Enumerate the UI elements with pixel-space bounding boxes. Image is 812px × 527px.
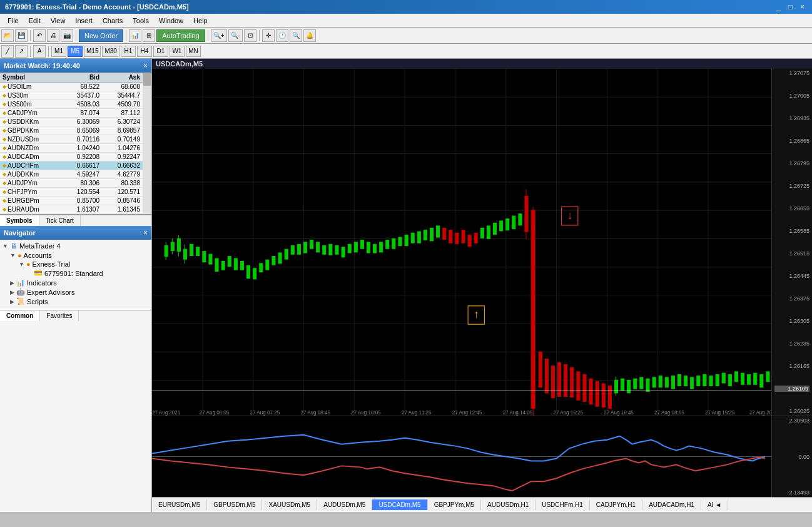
menu-window[interactable]: Window — [154, 16, 188, 26]
market-table-row[interactable]: ◆AUDDKKm 4.59247 4.62779 — [0, 170, 143, 179]
svg-rect-71 — [443, 228, 446, 239]
nav-experts[interactable]: ▶ 🤖 Expert Advisors — [1, 287, 150, 297]
sep5 — [259, 30, 260, 41]
alert-btn[interactable]: 🔔 — [303, 29, 316, 42]
maximize-btn[interactable]: □ — [786, 3, 795, 11]
new-order-button[interactable]: New Order — [79, 29, 123, 42]
menu-tools[interactable]: Tools — [128, 16, 154, 26]
tab-usdcadm5[interactable]: USDCADm,M5 — [372, 499, 427, 510]
market-table-row[interactable]: ◆EURAUDm 1.61307 1.61345 — [0, 205, 143, 214]
diamond-icon: ◆ — [3, 189, 6, 195]
chart-main[interactable]: SELL ▼ BUY ▲ 1.26 10 9 — [152, 69, 812, 416]
toolbar-prtscn-btn[interactable]: 📷 — [61, 29, 73, 42]
tf-w1[interactable]: W1 — [170, 46, 185, 57]
zoom-in-btn[interactable]: 🔍+ — [211, 29, 227, 42]
close-btn[interactable]: × — [798, 3, 807, 11]
market-watch-header: Market Watch: 19:40:40 × — [0, 59, 151, 73]
market-table-row[interactable]: ◆US30m 35437.0 35444.7 — [0, 91, 143, 100]
menu-view[interactable]: View — [46, 16, 71, 26]
market-watch-close[interactable]: × — [143, 61, 148, 70]
market-bid: 68.522 — [61, 83, 102, 91]
tf-d1[interactable]: D1 — [153, 46, 168, 57]
tab-audusdm5[interactable]: AUDUSDm,M5 — [317, 499, 372, 510]
menu-bar: File Edit View Insert Charts Tools Windo… — [0, 14, 812, 28]
toolbar-print-btn[interactable]: 🖨 — [47, 29, 59, 42]
market-table-row[interactable]: ◆NZDUSDm 0.70116 0.70149 — [0, 135, 143, 144]
market-table-row[interactable]: ◆EURGBPm 0.85700 0.85746 — [0, 197, 143, 205]
market-ask: 1.61345 — [102, 205, 143, 214]
nav-account-standard[interactable]: ▶ 💳 6779901: Standard — [1, 269, 150, 278]
draw-line-btn[interactable]: ╱ — [1, 45, 14, 58]
svg-rect-109 — [665, 377, 668, 387]
nav-tab-common[interactable]: Common — [0, 310, 40, 321]
tab-xauusdm5[interactable]: XAUUSDm,M5 — [262, 499, 317, 510]
menu-edit[interactable]: Edit — [24, 16, 46, 26]
menu-file[interactable]: File — [3, 16, 24, 26]
market-symbol: ◆USOILm — [0, 83, 61, 91]
tab-eurusdm5[interactable]: EURUSDm,M5 — [152, 499, 207, 510]
candlestick-chart: ↑ ↓ 27 Aug 2021 27 Aug 06:05 27 Aug 07:2… — [152, 69, 771, 416]
chart-type-btn[interactable]: 📊 — [129, 29, 141, 42]
tab-audusdh1[interactable]: AUDUSDm,H1 — [481, 499, 535, 510]
nav-exness-trial[interactable]: ▼ ● Exness-Trial — [1, 260, 150, 269]
nav-tab-favorites[interactable]: Favorites — [40, 310, 79, 321]
clock-btn[interactable]: 🕐 — [276, 29, 288, 42]
zoom-out-btn[interactable]: 🔍- — [228, 29, 243, 42]
tab-tick-chart[interactable]: Tick Chart — [39, 215, 81, 226]
tab-gbpusdm5[interactable]: GBPUSDm,M5 — [207, 499, 262, 510]
sep6 — [30, 46, 31, 57]
toolbar-undo-btn[interactable]: ↶ — [33, 29, 46, 42]
expand-accounts: ▼ — [10, 252, 16, 258]
market-table-row[interactable]: ◆AUDNZDm 1.04240 1.04276 — [0, 144, 143, 153]
arrow-btn[interactable]: ↗ — [15, 45, 28, 58]
nav-accounts[interactable]: ▼ ● Accounts — [1, 251, 150, 260]
crosshair-btn[interactable]: ✛ — [262, 29, 275, 42]
toolbar-save-btn[interactable]: 💾 — [15, 29, 28, 42]
market-scrollbar[interactable] — [143, 73, 151, 214]
market-table-row[interactable]: ◆CHFJPYm 120.554 120.571 — [0, 188, 143, 197]
tf-h1[interactable]: H1 — [121, 46, 136, 57]
price-14: 1.26165 — [774, 363, 809, 369]
tab-cadjpyh1[interactable]: CADJPYm,H1 — [590, 499, 642, 510]
tab-audcadh1[interactable]: AUDACADm,H1 — [642, 499, 701, 510]
zoom-fit-btn[interactable]: ⊡ — [244, 29, 256, 42]
svg-rect-74 — [462, 230, 465, 243]
market-table-row[interactable]: ◆USDDKKm 6.30069 6.30724 — [0, 118, 143, 126]
tf-m30[interactable]: M30 — [102, 46, 119, 57]
market-table-row[interactable]: ◆AUDJPYm 80.306 80.338 — [0, 179, 143, 188]
tf-m15[interactable]: M15 — [84, 46, 101, 57]
svg-rect-38 — [234, 258, 237, 270]
minimize-btn[interactable]: _ — [774, 3, 783, 11]
tf-m5[interactable]: M5 — [68, 46, 83, 57]
grid-btn[interactable]: ⊞ — [143, 29, 155, 42]
tab-gbpjpym5[interactable]: GBPJPYm,M5 — [428, 499, 481, 510]
menu-help[interactable]: Help — [188, 16, 213, 26]
market-table-row[interactable]: ◆CADJPYm 87.074 87.112 — [0, 109, 143, 118]
nav-scripts[interactable]: ▶ 📜 Scripts — [1, 297, 150, 306]
market-table-row[interactable]: ◆GBPDKKm 8.65069 8.69857 — [0, 126, 143, 135]
search-btn[interactable]: 🔍 — [290, 29, 302, 42]
nav-indicators[interactable]: ▶ 📊 Indicators — [1, 278, 150, 287]
menu-insert[interactable]: Insert — [70, 16, 98, 26]
market-table-row[interactable]: ◆AUDCHFm 0.66617 0.66632 — [0, 161, 143, 170]
market-table-row[interactable]: ◆US500m 4508.03 4509.70 — [0, 100, 143, 109]
menu-charts[interactable]: Charts — [98, 16, 128, 26]
market-table-row[interactable]: ◆AUDCADm 0.92208 0.92247 — [0, 153, 143, 161]
tf-h4[interactable]: H4 — [137, 46, 152, 57]
market-symbol: ◆AUDDKKm — [0, 170, 61, 179]
tab-usdchfh1[interactable]: USDCHFm,H1 — [535, 499, 590, 510]
nav-metatrader4[interactable]: ▼ 🖥 MetaTrader 4 — [1, 241, 150, 251]
tf-mn[interactable]: MN — [186, 46, 201, 57]
svg-rect-76 — [474, 233, 477, 243]
tab-more[interactable]: AI ◄ — [701, 499, 728, 510]
autotrading-button[interactable]: AutoTrading — [156, 29, 205, 42]
svg-text:27 Aug 20:45: 27 Aug 20:45 — [749, 409, 771, 416]
tf-m1[interactable]: M1 — [51, 46, 66, 57]
navigator-close[interactable]: × — [143, 228, 148, 237]
text-btn[interactable]: A — [33, 45, 46, 58]
market-ask: 8.69857 — [102, 126, 143, 135]
market-table-row[interactable]: ◆USOILm 68.522 68.608 — [0, 83, 143, 91]
toolbar-open-btn[interactable]: 📂 — [1, 29, 14, 42]
tab-symbols[interactable]: Symbols — [0, 215, 39, 226]
market-watch-body: Symbol Bid Ask ◆USOILm 68.522 68.608 ◆US… — [0, 73, 151, 214]
